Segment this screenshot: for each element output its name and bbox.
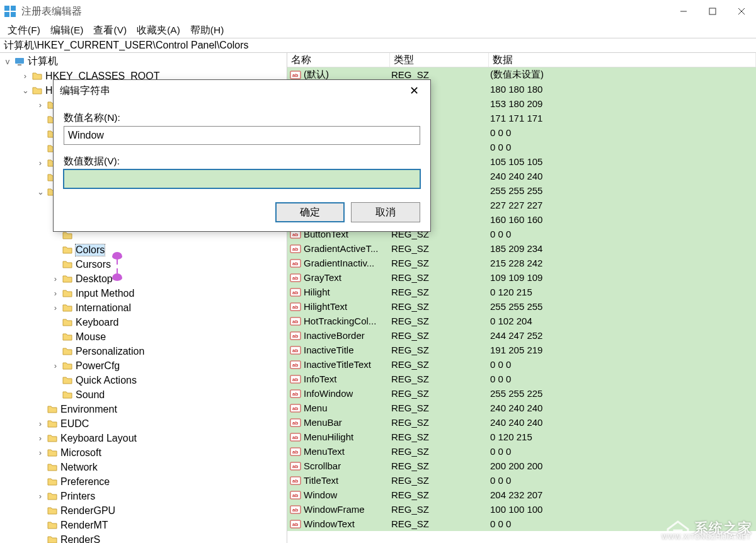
expand-icon[interactable] (35, 129, 45, 139)
expand-icon[interactable]: › (20, 71, 30, 81)
menu-view[interactable]: 查看(V) (89, 24, 130, 37)
col-name[interactable]: 名称 (287, 53, 390, 67)
value-row[interactable]: abMenuTextREG_SZ0 0 0 (287, 444, 756, 459)
value-row[interactable]: abInfoTextREG_SZ0 0 0 (287, 372, 756, 386)
expand-icon[interactable]: › (50, 303, 60, 313)
expand-icon[interactable] (35, 477, 45, 487)
string-value-icon: ab (290, 518, 301, 530)
value-type: REG_SZ (390, 258, 489, 268)
address-bar[interactable]: 计算机\HKEY_CURRENT_USER\Control Panel\Colo… (0, 38, 756, 53)
expand-icon[interactable]: › (50, 361, 60, 371)
tree-item[interactable]: ›PowerCfg (0, 358, 287, 373)
maximize-button[interactable] (698, 0, 727, 23)
expand-icon[interactable]: › (35, 433, 45, 443)
tree-item[interactable]: ›Keyboard Layout (0, 431, 287, 445)
value-row[interactable]: abMenuREG_SZ240 240 240 (287, 401, 756, 415)
minimize-button[interactable] (669, 0, 698, 23)
expand-icon[interactable] (50, 332, 60, 342)
value-row[interactable]: abMenuBarREG_SZ240 240 240 (287, 415, 756, 430)
svg-text:ab: ab (292, 391, 298, 397)
value-row[interactable]: abInfoWindowREG_SZ255 255 225 (287, 386, 756, 401)
expand-icon[interactable] (50, 346, 60, 357)
dialog-close-button[interactable]: ✕ (404, 81, 424, 100)
value-row[interactable]: abTitleTextREG_SZ0 0 0 (287, 473, 756, 488)
tree-item[interactable]: Colors (0, 243, 287, 257)
tree-item[interactable]: ›EUDC (0, 416, 287, 431)
expand-icon[interactable]: v (3, 57, 13, 67)
value-name-input[interactable] (64, 126, 420, 145)
dialog-titlebar[interactable]: 编辑字符串 ✕ (54, 80, 430, 101)
expand-icon[interactable]: ⌄ (20, 86, 30, 96)
expand-icon[interactable] (35, 462, 45, 472)
tree-item[interactable]: Sound (0, 387, 287, 402)
col-type[interactable]: 类型 (390, 53, 489, 67)
string-value-icon: ab (290, 446, 301, 457)
tree-item[interactable]: RenderGPU (0, 503, 287, 518)
value-name-label: 数值名称(N): (64, 111, 420, 125)
tree-root[interactable]: v 计算机 (0, 54, 287, 69)
string-value-icon: ab (290, 301, 301, 312)
cancel-button[interactable]: 取消 (351, 202, 420, 222)
value-row[interactable]: abInactiveBorderREG_SZ244 247 252 (287, 328, 756, 343)
value-row[interactable]: abInactiveTitleTextREG_SZ0 0 0 (287, 357, 756, 372)
tree-item[interactable]: RenderMT (0, 518, 287, 532)
expand-icon[interactable] (35, 506, 45, 516)
tree-item[interactable]: ›International (0, 300, 287, 315)
expand-icon[interactable]: ⌄ (35, 187, 45, 197)
expand-icon[interactable] (50, 390, 60, 400)
tree-item[interactable]: RenderS (0, 532, 287, 543)
expand-icon[interactable] (35, 520, 45, 530)
tree-item[interactable]: ›Microsoft (0, 445, 287, 460)
tree-item[interactable]: ›Desktop (0, 272, 287, 286)
value-row[interactable]: abWindowREG_SZ204 232 207 (287, 488, 756, 502)
value-data-input[interactable] (64, 169, 420, 188)
value-row[interactable]: abGradientInactiv...REG_SZ215 228 242 (287, 256, 756, 270)
expand-icon[interactable]: › (35, 100, 45, 110)
folder-icon (47, 418, 58, 430)
menu-edit[interactable]: 编辑(E) (47, 24, 88, 37)
value-row[interactable]: abInactiveTitleREG_SZ191 205 219 (287, 343, 756, 357)
col-data[interactable]: 数据 (489, 53, 756, 67)
expand-icon[interactable] (50, 260, 60, 270)
value-row[interactable]: abScrollbarREG_SZ200 200 200 (287, 459, 756, 473)
value-row[interactable]: abWindowFrameREG_SZ100 100 100 (287, 502, 756, 517)
expand-icon[interactable]: › (35, 491, 45, 501)
value-data: 255 255 225 (489, 388, 756, 399)
expand-icon[interactable]: › (50, 274, 60, 284)
tree-item[interactable]: Environment (0, 402, 287, 416)
expand-icon[interactable] (50, 317, 60, 328)
tree-item[interactable]: ›Printers (0, 489, 287, 503)
tree-item[interactable]: Keyboard (0, 315, 287, 329)
tree-item[interactable]: Preference (0, 474, 287, 489)
expand-icon[interactable]: › (35, 448, 45, 458)
value-row[interactable]: abHilightTextREG_SZ255 255 255 (287, 299, 756, 314)
value-row[interactable]: abHotTrackingCol...REG_SZ0 102 204 (287, 314, 756, 328)
tree-item[interactable]: ›Input Method (0, 286, 287, 300)
menu-file[interactable]: 文件(F) (4, 24, 44, 37)
value-type: REG_SZ (390, 475, 489, 486)
menu-help[interactable]: 帮助(H) (186, 24, 228, 37)
expand-icon[interactable] (35, 144, 45, 154)
value-row[interactable]: abMenuHilightREG_SZ0 120 215 (287, 430, 756, 444)
expand-icon[interactable] (35, 535, 45, 544)
expand-icon[interactable] (50, 245, 60, 255)
expand-icon[interactable]: › (50, 289, 60, 299)
expand-icon[interactable] (35, 115, 45, 125)
tree-item[interactable]: Cursors (0, 257, 287, 272)
tree-item[interactable]: Personalization (0, 344, 287, 358)
expand-icon[interactable]: › (35, 158, 45, 168)
tree-item[interactable]: Quick Actions (0, 373, 287, 387)
value-row[interactable]: abGrayTextREG_SZ109 109 109 (287, 270, 756, 285)
value-row[interactable]: abGradientActiveT...REG_SZ185 209 234 (287, 241, 756, 256)
ok-button[interactable]: 确定 (275, 202, 345, 222)
expand-icon[interactable] (50, 375, 60, 386)
menu-favorites[interactable]: 收藏夹(A) (133, 24, 184, 37)
value-type: REG_SZ (390, 272, 489, 283)
tree-item[interactable]: Mouse (0, 329, 287, 344)
expand-icon[interactable] (35, 404, 45, 414)
close-button[interactable] (727, 0, 756, 23)
value-row[interactable]: abHilightREG_SZ0 120 215 (287, 285, 756, 299)
expand-icon[interactable] (35, 173, 45, 183)
tree-item[interactable]: Network (0, 460, 287, 474)
expand-icon[interactable]: › (35, 419, 45, 429)
